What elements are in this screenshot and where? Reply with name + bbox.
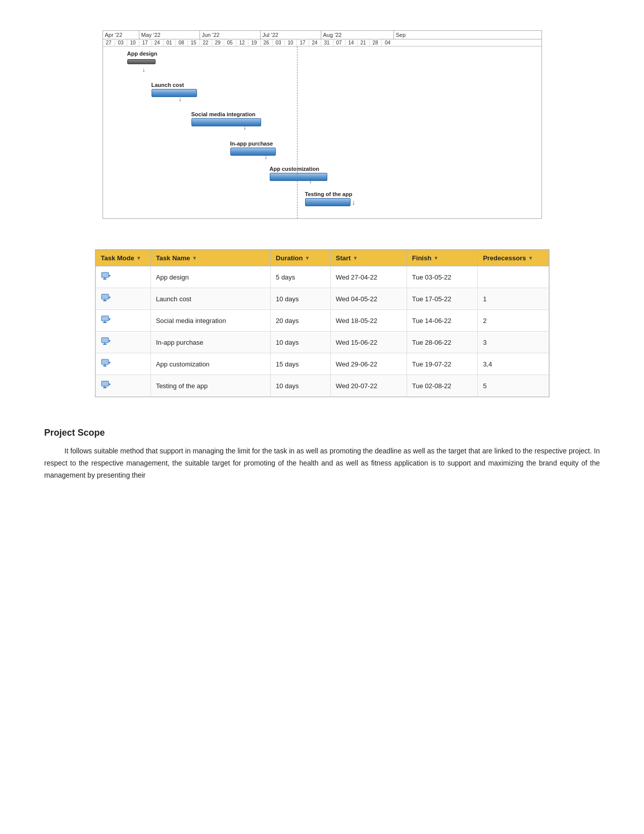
cell-task-name-5: Testing of the app [151, 375, 270, 397]
cell-finish-4: Tue 19-07-22 [407, 353, 477, 375]
cell-duration-2: 20 days [271, 310, 331, 332]
cell-start-2: Wed 18-05-22 [330, 310, 407, 332]
col-header-duration: Duration ▼ [271, 250, 331, 266]
cell-finish-5: Tue 02-08-22 [407, 375, 477, 397]
svg-marker-17 [109, 362, 111, 364]
cell-finish-3: Tue 28-06-22 [407, 332, 477, 353]
task-mode-icon-1 [101, 295, 111, 304]
gantt-week-24: 24 [152, 39, 164, 46]
gantt-task-app-customization: App customization [270, 166, 327, 181]
gantt-week-12: 12 [236, 39, 249, 46]
cell-finish-1: Tue 17-05-22 [407, 288, 477, 310]
gantt-task-app-design: App design [127, 51, 158, 64]
gantt-week-07: 07 [333, 39, 345, 46]
gantt-arrow-testing: ↓ [352, 199, 356, 206]
table-row: In-app purchase 10 days Wed 15-06-22 Tue… [95, 332, 549, 353]
table-row: App design 5 days Wed 27-04-22 Tue 03-05… [95, 266, 549, 288]
svg-rect-12 [102, 338, 109, 343]
gantt-month-jun: Jun '22 [200, 31, 261, 39]
task-mode-icon-4 [101, 360, 111, 369]
svg-marker-21 [109, 384, 111, 386]
cell-task-mode-0 [95, 266, 151, 288]
cell-predecessors-5: 5 [478, 375, 549, 397]
gantt-month-apr: Apr '22 [103, 31, 139, 39]
task-name-sort-icon[interactable]: ▼ [192, 255, 197, 261]
svg-marker-5 [109, 297, 111, 299]
task-table: Task Mode ▼ Task Name ▼ Duration ▼ [95, 249, 550, 397]
finish-sort-icon[interactable]: ▼ [433, 255, 438, 261]
gantt-week-29: 29 [212, 39, 224, 46]
gantt-task-launch-cost: Launch cost [152, 82, 197, 97]
gantt-week-17: 17 [139, 39, 152, 46]
cell-finish-0: Tue 03-05-22 [407, 266, 477, 288]
gantt-body: App design Launch cost Social media inte… [103, 47, 541, 218]
gantt-task-testing: Testing of the app ↓ [305, 191, 356, 206]
gantt-week-14: 14 [345, 39, 358, 46]
project-scope-body: It follows suitable method that support … [44, 445, 600, 481]
svg-rect-20 [102, 381, 109, 386]
gantt-week-27: 27 [103, 39, 115, 46]
predecessors-sort-icon[interactable]: ▼ [528, 255, 533, 261]
start-sort-icon[interactable]: ▼ [353, 255, 358, 261]
cell-duration-3: 10 days [271, 332, 331, 353]
gantt-week-24b: 24 [309, 39, 321, 46]
table-body: App design 5 days Wed 27-04-22 Tue 03-05… [95, 266, 549, 397]
cell-duration-5: 10 days [271, 375, 331, 397]
cell-start-3: Wed 15-06-22 [330, 332, 407, 353]
svg-rect-4 [102, 294, 109, 299]
gantt-week-04: 04 [382, 39, 394, 46]
svg-rect-0 [102, 272, 109, 277]
svg-rect-16 [102, 359, 109, 364]
cell-task-name-4: App customization [151, 353, 270, 375]
task-mode-sort-icon[interactable]: ▼ [136, 255, 141, 261]
col-header-predecessors: Predecessors ▼ [478, 250, 549, 266]
cell-predecessors-4: 3,4 [478, 353, 549, 375]
gantt-bar-app-customization [270, 173, 327, 181]
cell-task-mode-1 [95, 288, 151, 310]
gantt-week-header: 27 03 10 17 24 01 08 15 22 29 05 12 19 2… [103, 39, 541, 47]
gantt-month-aug: Aug '22 [321, 31, 394, 39]
task-mode-icon-2 [101, 317, 111, 326]
cell-duration-1: 10 days [271, 288, 331, 310]
task-mode-icon-5 [101, 382, 111, 391]
gantt-task-social-media: Social media integration [191, 111, 261, 126]
table-row: Testing of the app 10 days Wed 20-07-22 … [95, 375, 549, 397]
cell-duration-4: 15 days [271, 353, 331, 375]
table-header-row: Task Mode ▼ Task Name ▼ Duration ▼ [95, 250, 549, 266]
col-header-finish: Finish ▼ [407, 250, 477, 266]
task-mode-icon-0 [101, 273, 111, 282]
duration-sort-icon[interactable]: ▼ [305, 255, 310, 261]
cell-finish-2: Tue 14-06-22 [407, 310, 477, 332]
cell-start-0: Wed 27-04-22 [330, 266, 407, 288]
gantt-week-22: 22 [200, 39, 212, 46]
gantt-bar-app-design [127, 59, 156, 64]
col-header-start: Start ▼ [330, 250, 407, 266]
gantt-bar-launch-cost [152, 89, 197, 97]
cell-task-name-0: App design [151, 266, 270, 288]
task-mode-icon-3 [101, 339, 111, 347]
cell-predecessors-1: 1 [478, 288, 549, 310]
gantt-month-jul: Jul '22 [261, 31, 321, 39]
gantt-connector-5: ↓ [309, 177, 313, 184]
gantt-bar-social-media [191, 118, 261, 126]
gantt-week-17b: 17 [297, 39, 309, 46]
cell-start-4: Wed 29-06-22 [330, 353, 407, 375]
svg-rect-8 [102, 316, 109, 321]
gantt-week-15: 15 [188, 39, 200, 46]
gantt-week-31: 31 [321, 39, 333, 46]
gantt-connector-3: ↓ [243, 123, 247, 131]
cell-predecessors-3: 3 [478, 332, 549, 353]
cell-predecessors-0 [478, 266, 549, 288]
svg-marker-13 [109, 340, 111, 342]
cell-duration-0: 5 days [271, 266, 331, 288]
gantt-week-19: 19 [249, 39, 261, 46]
cell-start-1: Wed 04-05-22 [330, 288, 407, 310]
gantt-connector-1: ↓ [142, 66, 146, 73]
gantt-chart: Apr '22 May '22 Jun '22 Jul '22 Aug '22 … [103, 30, 542, 219]
gantt-week-08: 08 [176, 39, 188, 46]
gantt-task-inapp-purchase: In-app purchase [230, 141, 276, 156]
gantt-connector-4: ↓ [265, 153, 268, 160]
col-header-task-mode: Task Mode ▼ [95, 250, 151, 266]
gantt-month-may: May '22 [139, 31, 200, 39]
gantt-week-01: 01 [164, 39, 176, 46]
